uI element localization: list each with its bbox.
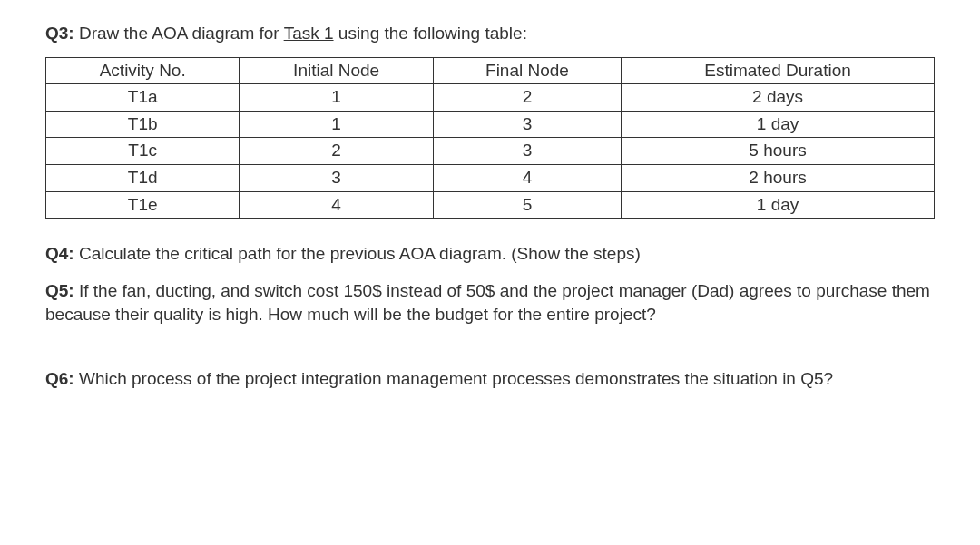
cell-duration: 1 day xyxy=(622,111,935,138)
cell-initial: 1 xyxy=(240,84,433,112)
cell-duration: 1 day xyxy=(622,191,935,219)
cell-activity: T1c xyxy=(46,138,240,165)
cell-duration: 5 hours xyxy=(622,138,935,165)
table-row: T1d 3 4 2 hours xyxy=(46,164,935,191)
cell-final: 3 xyxy=(433,138,621,165)
cell-initial: 1 xyxy=(240,111,433,138)
cell-activity: T1e xyxy=(46,191,240,219)
q3-text-before: Draw the AOA diagram for xyxy=(74,24,284,43)
q6-label: Q6: xyxy=(45,369,74,388)
cell-activity: T1d xyxy=(46,164,240,191)
cell-final: 3 xyxy=(433,111,621,138)
q3-task-link: Task 1 xyxy=(284,24,334,43)
q3-text-after: using the following table: xyxy=(334,24,527,43)
table-row: T1c 2 3 5 hours xyxy=(46,138,935,165)
cell-final: 5 xyxy=(433,191,621,219)
question-6: Q6: Which process of the project integra… xyxy=(45,367,935,392)
header-final-node: Final Node xyxy=(433,57,621,84)
cell-activity: T1a xyxy=(46,84,240,112)
header-activity-no: Activity No. xyxy=(46,57,240,84)
question-4: Q4: Calculate the critical path for the … xyxy=(45,242,935,267)
cell-activity: T1b xyxy=(46,111,240,138)
q4-label: Q4: xyxy=(45,244,74,263)
q6-text: Which process of the project integration… xyxy=(74,369,833,388)
table-header-row: Activity No. Initial Node Final Node Est… xyxy=(46,57,935,84)
cell-final: 4 xyxy=(433,164,621,191)
question-5: Q5: If the fan, ducting, and switch cost… xyxy=(45,279,935,327)
header-initial-node: Initial Node xyxy=(240,57,433,84)
table-row: T1b 1 3 1 day xyxy=(46,111,935,138)
cell-final: 2 xyxy=(433,84,621,112)
table-row: T1a 1 2 2 days xyxy=(46,84,935,112)
table-row: T1e 4 5 1 day xyxy=(46,191,935,219)
q5-text: If the fan, ducting, and switch cost 150… xyxy=(45,281,930,325)
q4-text: Calculate the critical path for the prev… xyxy=(74,244,641,263)
cell-initial: 4 xyxy=(240,191,433,219)
header-estimated-duration: Estimated Duration xyxy=(622,57,935,84)
cell-duration: 2 hours xyxy=(622,164,935,191)
activity-table: Activity No. Initial Node Final Node Est… xyxy=(45,57,935,219)
q3-label: Q3: xyxy=(45,24,74,43)
cell-initial: 2 xyxy=(240,138,433,165)
question-3: Q3: Draw the AOA diagram for Task 1 usin… xyxy=(45,22,935,46)
cell-initial: 3 xyxy=(240,164,433,191)
cell-duration: 2 days xyxy=(622,84,935,112)
q5-label: Q5: xyxy=(45,281,74,300)
